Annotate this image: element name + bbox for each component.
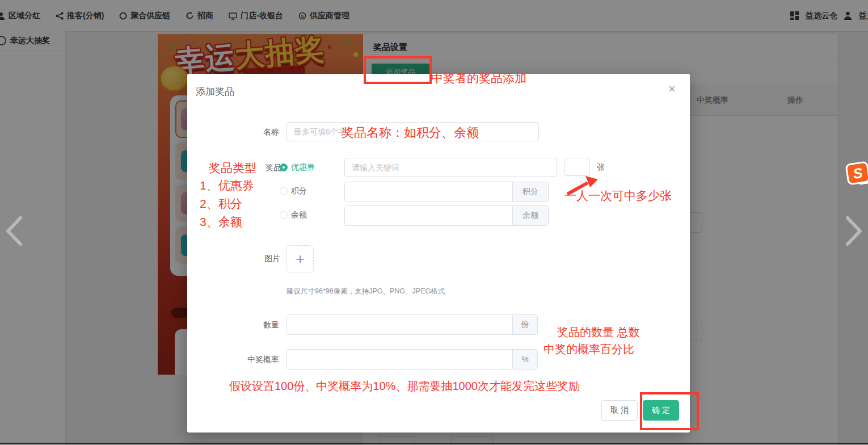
annotation-unit-note: 一人一次可中多少张 xyxy=(564,188,672,204)
radio-coupon[interactable] xyxy=(280,163,288,171)
app-window: 区域分红 推客(分销) 聚合供应链 招商 门店-收银台 S 供应商管理 xyxy=(0,0,868,445)
annotation-add-note: 中奖者的奖品添加 xyxy=(431,70,526,86)
prev-arrow-button[interactable] xyxy=(5,216,24,249)
points-suffix: 积分 xyxy=(512,182,548,201)
balance-input-group: 余额 xyxy=(344,205,549,226)
coupon-unit-label: 张 xyxy=(597,162,605,173)
annotation-rect-confirm-button xyxy=(640,392,699,430)
quantity-field-label: 数量 xyxy=(187,315,279,334)
coupon-keyword-input[interactable] xyxy=(344,158,557,177)
probability-suffix: % xyxy=(512,350,537,369)
chevron-right-icon xyxy=(844,216,863,246)
annotation-type-title: 奖品类型 xyxy=(209,160,256,176)
image-field-label: 图片 xyxy=(187,249,280,268)
points-input[interactable] xyxy=(345,182,512,201)
cancel-button[interactable]: 取 消 xyxy=(601,400,638,421)
probability-input[interactable] xyxy=(287,350,512,369)
annotation-probability-note: 中奖的概率百分比 xyxy=(543,342,634,357)
probability-input-group: % xyxy=(286,349,538,370)
plus-icon: + xyxy=(296,250,304,268)
radio-balance[interactable] xyxy=(280,211,288,219)
radio-points[interactable] xyxy=(280,187,288,195)
image-upload-box[interactable]: + xyxy=(286,245,314,272)
annotation-type-option-3: 3、余额 xyxy=(200,214,242,230)
chevron-left-icon xyxy=(5,216,24,246)
name-field-label: 名称 xyxy=(187,122,279,141)
close-icon[interactable]: × xyxy=(668,83,676,95)
annotation-quantity-note: 奖品的数量 总数 xyxy=(557,325,640,340)
radio-points-label[interactable]: 积分 xyxy=(291,186,307,196)
balance-suffix: 余额 xyxy=(512,206,548,225)
probability-field-label: 中奖概率 xyxy=(187,350,279,369)
quantity-input[interactable] xyxy=(287,315,512,334)
points-input-group: 积分 xyxy=(344,182,549,202)
quantity-suffix: 份 xyxy=(512,315,537,334)
radio-balance-label[interactable]: 余额 xyxy=(291,210,307,220)
annotation-name-note: 奖品名称：如积分、余额 xyxy=(342,124,479,141)
annotation-rect-add-button xyxy=(364,56,432,84)
radio-coupon-label[interactable]: 优惠券 xyxy=(291,162,315,173)
next-arrow-button[interactable] xyxy=(844,216,863,249)
balance-input[interactable] xyxy=(345,206,512,225)
screenshot-tool-badge[interactable]: S xyxy=(845,161,868,185)
annotation-type-option-2: 2、积分 xyxy=(200,196,242,212)
annotation-bottom-note: 假设设置100份、中奖概率为10%、那需要抽1000次才能发完这些奖励 xyxy=(229,379,580,394)
image-hint-text: 建议尺寸96*96像素，支持JPG、PNG、JPEG格式 xyxy=(286,287,445,296)
annotation-type-option-1: 1、优惠券 xyxy=(200,178,254,194)
modal-title: 添加奖品 xyxy=(196,85,234,98)
quantity-input-group: 份 xyxy=(286,314,538,335)
